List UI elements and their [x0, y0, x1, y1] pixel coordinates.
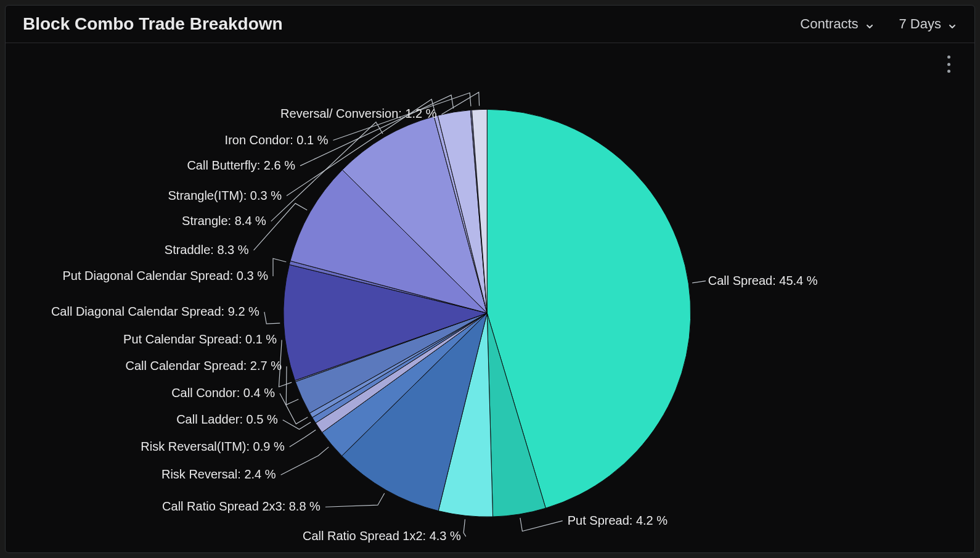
- slice-label: Put Calendar Spread: 0.1 %: [123, 332, 277, 346]
- leader-line: [281, 447, 329, 475]
- mode-dropdown[interactable]: Contracts: [800, 16, 874, 32]
- panel-title: Block Combo Trade Breakdown: [23, 14, 283, 34]
- chart-body: Call Spread: 45.4 %Put Spread: 4.2 %Call…: [6, 43, 974, 552]
- mode-dropdown-label: Contracts: [800, 16, 858, 32]
- slice-label: Call Ladder: 0.5 %: [176, 412, 278, 426]
- panel-controls: Contracts 7 Days: [800, 16, 957, 32]
- slice-label: Strangle(ITM): 0.3 %: [168, 189, 282, 202]
- slice-label: Strangle: 8.4 %: [182, 214, 266, 228]
- chevron-down-icon: [865, 19, 875, 29]
- slice-label: Call Calendar Spread: 2.7 %: [126, 359, 282, 372]
- pie-chart: Call Spread: 45.4 %Put Spread: 4.2 %Call…: [6, 43, 974, 552]
- slice-label: Put Spread: 4.2 %: [568, 514, 668, 527]
- leader-line: [283, 420, 311, 429]
- slice-label: Risk Reversal: 2.4 %: [161, 467, 276, 481]
- slice-label: Straddle: 8.3 %: [165, 243, 249, 256]
- range-dropdown-label: 7 Days: [899, 16, 941, 32]
- slice-label: Call Ratio Spread 1x2: 4.3 %: [303, 529, 461, 543]
- slice-label: Iron Condor: 0.1 %: [225, 133, 329, 147]
- slice-label: Put Diagonal Calendar Spread: 0.3 %: [62, 269, 268, 282]
- leader-line: [264, 312, 280, 324]
- leader-line: [463, 519, 466, 536]
- slice-label: Call Butterfly: 2.6 %: [187, 158, 295, 172]
- chart-panel: Block Combo Trade Breakdown Contracts 7 …: [5, 5, 975, 553]
- slice-label: Call Condor: 0.4 %: [171, 386, 275, 400]
- range-dropdown[interactable]: 7 Days: [899, 16, 957, 32]
- slice-label: Call Ratio Spread 2x3: 8.8 %: [162, 499, 321, 513]
- panel-header: Block Combo Trade Breakdown Contracts 7 …: [6, 6, 974, 43]
- chevron-down-icon: [947, 19, 957, 29]
- leader-line: [273, 258, 286, 276]
- leader-line: [692, 281, 706, 283]
- slice-label: Risk Reversal(ITM): 0.9 %: [141, 440, 285, 453]
- slice-label: Call Diagonal Calendar Spread: 9.2 %: [51, 305, 259, 318]
- slice-label: Reversal/ Conversion: 1.2 %: [280, 107, 437, 120]
- leader-line: [520, 518, 563, 531]
- slice-label: Call Spread: 45.4 %: [708, 274, 818, 287]
- leader-line: [290, 430, 316, 447]
- leader-line: [325, 493, 385, 507]
